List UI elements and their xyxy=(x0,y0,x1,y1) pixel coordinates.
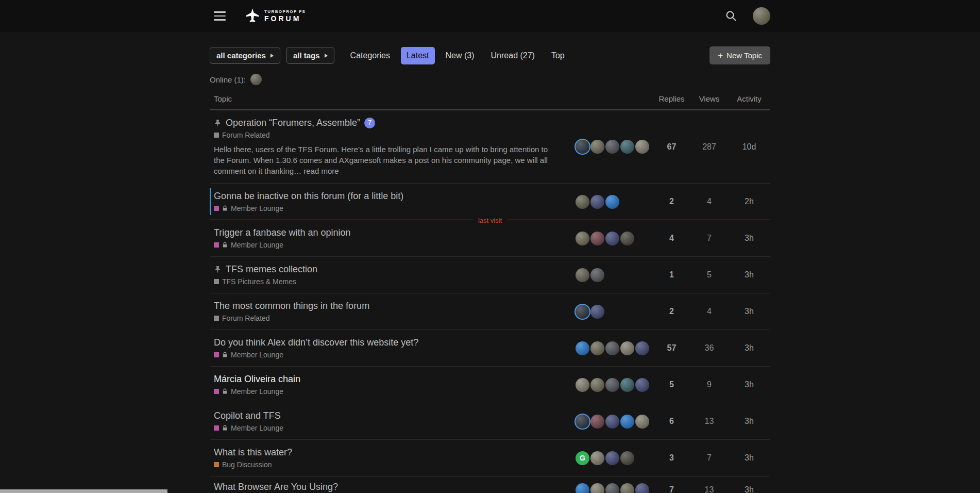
poster-avatar[interactable] xyxy=(635,341,649,355)
poster-avatar[interactable] xyxy=(620,232,634,245)
poster-avatar[interactable] xyxy=(620,451,634,465)
poster-avatar[interactable] xyxy=(590,378,604,392)
poster-avatar[interactable] xyxy=(620,415,634,429)
topic-title-link[interactable]: TFS memes collection xyxy=(226,264,317,275)
poster-avatar[interactable] xyxy=(620,483,634,493)
activity-time[interactable]: 3h xyxy=(728,343,770,353)
topic-title-link[interactable]: Gonna be inactive on this forum (for a l… xyxy=(214,190,403,202)
poster-avatar[interactable] xyxy=(590,268,604,282)
nav-link-unread-27[interactable]: Unread (27) xyxy=(485,47,540,64)
activity-time[interactable]: 3h xyxy=(728,307,770,316)
nav-link-new-3[interactable]: New (3) xyxy=(440,47,480,64)
views-column-header[interactable]: Views xyxy=(690,94,728,103)
poster-avatar[interactable] xyxy=(576,305,589,319)
topic-title-line: Márcia Oliveira chain xyxy=(214,373,570,385)
topic-title-link[interactable]: What Browser Are You Using? xyxy=(214,481,338,492)
category-badge[interactable]: Member Lounge xyxy=(214,387,570,396)
read-more-link[interactable]: read more xyxy=(303,167,339,175)
poster-avatar[interactable] xyxy=(590,415,604,429)
poster-avatar[interactable] xyxy=(576,232,589,245)
poster-avatar[interactable] xyxy=(605,415,619,429)
new-topic-button[interactable]: + New Topic xyxy=(709,46,770,64)
topic-title-link[interactable]: Operation “Forumers, Assemble” xyxy=(226,117,360,128)
posters xyxy=(570,195,653,209)
category-filter-dropdown[interactable]: all categories xyxy=(210,47,280,64)
poster-avatar[interactable] xyxy=(590,305,604,319)
topic-row: The most common things in the forumForum… xyxy=(210,293,770,330)
activity-time[interactable]: 2h xyxy=(728,197,770,206)
activity-time[interactable]: 3h xyxy=(728,485,770,493)
poster-avatar[interactable] xyxy=(590,232,604,245)
category-badge[interactable]: Bug Discussion xyxy=(214,460,570,469)
category-badge[interactable]: Forum Related xyxy=(214,130,570,140)
replies-column-header[interactable]: Replies xyxy=(653,94,690,103)
poster-avatar[interactable] xyxy=(250,74,262,85)
poster-avatar[interactable] xyxy=(620,378,634,392)
poster-avatar[interactable] xyxy=(576,140,589,154)
category-badge[interactable]: TFS Pictures & Memes xyxy=(214,277,570,286)
poster-avatar[interactable] xyxy=(590,483,604,493)
topic-row: Operation “Forumers, Assemble”7Forum Rel… xyxy=(210,110,770,184)
topic-title-link[interactable]: The most common things in the forum xyxy=(214,300,369,311)
topic-title-link[interactable]: Márcia Oliveira chain xyxy=(214,373,300,385)
topic-main: The most common things in the forumForum… xyxy=(210,300,570,323)
replies-count: 57 xyxy=(653,343,690,353)
poster-avatar[interactable] xyxy=(590,140,604,154)
poster-avatar[interactable] xyxy=(605,483,619,493)
topic-title-link[interactable]: What is this water? xyxy=(214,447,292,458)
poster-avatar[interactable] xyxy=(576,378,589,392)
category-badge[interactable]: Member Lounge xyxy=(214,240,570,250)
poster-avatar[interactable] xyxy=(620,140,634,154)
activity-time[interactable]: 3h xyxy=(728,417,770,426)
poster-avatar[interactable] xyxy=(605,341,619,355)
activity-time[interactable]: 3h xyxy=(728,234,770,243)
poster-avatar[interactable] xyxy=(576,341,589,355)
poster-avatar[interactable] xyxy=(635,483,649,493)
poster-avatar[interactable] xyxy=(576,415,589,429)
topic-column-header[interactable]: Topic xyxy=(210,94,570,103)
poster-avatar[interactable] xyxy=(576,195,589,209)
replies-count: 6 xyxy=(653,417,690,426)
poster-avatar[interactable] xyxy=(605,195,619,209)
search-button[interactable] xyxy=(723,8,739,24)
poster-avatar[interactable] xyxy=(605,140,619,154)
topic-title-link[interactable]: Copilot and TFS xyxy=(214,410,281,421)
poster-avatar[interactable] xyxy=(620,341,634,355)
activity-time[interactable]: 3h xyxy=(728,270,770,280)
poster-avatar[interactable] xyxy=(635,378,649,392)
poster-avatar[interactable] xyxy=(590,195,604,209)
replies-count: 4 xyxy=(653,234,690,243)
poster-avatar[interactable] xyxy=(590,451,604,465)
topic-title-link[interactable]: Trigger a fanbase with an opinion xyxy=(214,227,351,238)
nav-link-latest[interactable]: Latest xyxy=(401,47,435,64)
replies-count: 3 xyxy=(653,453,690,463)
hamburger-menu-button[interactable] xyxy=(210,7,230,25)
tag-filter-dropdown[interactable]: all tags xyxy=(286,47,334,64)
poster-avatar[interactable] xyxy=(590,341,604,355)
poster-avatar[interactable] xyxy=(605,232,619,245)
site-logo[interactable]: TURBOPROP FS FORUM xyxy=(245,8,306,24)
nav-link-categories[interactable]: Categories xyxy=(345,47,396,64)
category-badge[interactable]: Forum Related xyxy=(214,314,570,323)
category-badge[interactable]: Member Lounge xyxy=(214,350,570,359)
poster-avatar[interactable] xyxy=(576,268,589,282)
activity-time[interactable]: 10d xyxy=(728,142,770,152)
category-color-square xyxy=(214,316,219,321)
unread-count-badge[interactable]: 7 xyxy=(364,118,375,128)
activity-time[interactable]: 3h xyxy=(728,453,770,463)
topic-table-header: Topic Replies Views Activity xyxy=(210,94,770,110)
topic-title-link[interactable]: Do you think Alex didn’t discover this w… xyxy=(214,337,418,348)
activity-column-header[interactable]: Activity xyxy=(728,94,770,103)
category-badge[interactable]: Member Lounge xyxy=(214,423,570,433)
nav-link-top[interactable]: Top xyxy=(546,47,570,64)
activity-time[interactable]: 3h xyxy=(728,380,770,389)
category-badge[interactable]: Member Lounge xyxy=(214,204,570,213)
poster-avatar[interactable]: G xyxy=(576,451,589,465)
topic-main: What Browser Are You Using? xyxy=(210,481,570,493)
poster-avatar[interactable] xyxy=(635,140,649,154)
poster-avatar[interactable] xyxy=(605,378,619,392)
poster-avatar[interactable] xyxy=(635,415,649,429)
poster-avatar[interactable] xyxy=(576,483,589,493)
poster-avatar[interactable] xyxy=(605,451,619,465)
user-avatar[interactable] xyxy=(753,7,770,25)
